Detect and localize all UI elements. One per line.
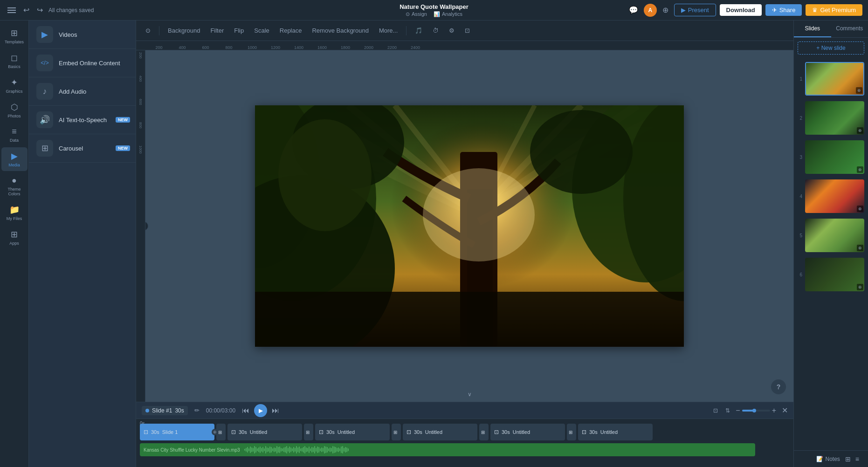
track-segment-untitled3[interactable]: ⊡ 30s Untitled [403, 424, 477, 440]
slide-list-item-6[interactable]: 6 ⊕ [796, 256, 866, 293]
zoom-handle[interactable] [752, 409, 756, 412]
notes-label: Notes [825, 456, 840, 462]
slide-list-item-4[interactable]: 4 ⊕ [796, 178, 866, 215]
slide-thumbnail-5[interactable]: ⊕ [805, 219, 864, 252]
slide-list-item-2[interactable]: 2 ⊕ [796, 99, 866, 137]
sidebar-item-my-files[interactable]: 📁 My Files [1, 201, 28, 225]
track-segment-untitled2[interactable]: ⊡ 30s Untitled [315, 424, 390, 440]
new-slide-button[interactable]: + New slide [798, 41, 864, 55]
track-segment-untitled1[interactable]: ⊡ 30s Untitled [227, 424, 302, 440]
add-collaborator-button[interactable]: ⊕ [661, 4, 670, 16]
slide-number-2: 2 [798, 116, 802, 121]
media-item-carousel[interactable]: ⊞ Carousel NEW [29, 134, 136, 163]
timer-icon[interactable]: ⏱ [429, 25, 442, 36]
sidebar-item-media[interactable]: ▶ Media [1, 147, 28, 171]
tab-slides[interactable]: Slides [794, 21, 831, 37]
slide-expand-4[interactable]: ⊕ [857, 206, 863, 212]
data-icon: ≡ [12, 127, 17, 137]
canvas-viewport[interactable]: ‹ [145, 50, 793, 402]
flip-button[interactable]: Flip [230, 25, 248, 36]
slide-list-item-1[interactable]: 1 ⊕ [796, 60, 866, 97]
slide-expand-2[interactable]: ⊕ [857, 127, 863, 134]
slide-expand-6[interactable]: ⊕ [857, 284, 863, 290]
list-view-button[interactable]: ≡ [854, 454, 861, 464]
zoom-plus-button[interactable]: + [772, 406, 776, 415]
track-segment-slide1[interactable]: ⊡ 30s Slide 1 ⊕ [140, 424, 214, 440]
timeline-collapse-arrow[interactable]: ∨ [468, 390, 472, 398]
media-item-audio[interactable]: ♪ Add Audio [29, 77, 136, 106]
edit-slide-button[interactable]: ✏ [192, 406, 202, 415]
audio-track[interactable]: Kansas City Shuffle Lucky Number Slevin.… [140, 443, 755, 456]
sidebar-item-data[interactable]: ≡ Data [1, 123, 28, 146]
slide-thumbnail-3[interactable]: ⊕ [805, 140, 864, 174]
zoom-bar[interactable] [742, 410, 770, 412]
scale-button[interactable]: Scale [250, 25, 273, 36]
background-button[interactable]: Background [164, 25, 204, 36]
filter-button[interactable]: Filter [207, 25, 227, 36]
crown-icon: ♛ [812, 7, 818, 14]
sort-icon[interactable]: ⇅ [723, 405, 732, 416]
zoom-minus-button[interactable]: − [736, 406, 740, 415]
redo-button[interactable]: ↪ [35, 4, 45, 16]
assign-link[interactable]: ⊙ Assign [406, 11, 427, 17]
skip-forward-button[interactable]: ⏭ [269, 405, 282, 416]
rotation-icon[interactable]: ⊙ [142, 25, 154, 36]
premium-button[interactable]: ♛ Get Premium [806, 4, 862, 16]
sidebar-item-apps[interactable]: ⊞ Apps [1, 226, 28, 249]
tab-comments[interactable]: Comments [831, 21, 868, 37]
notes-button[interactable]: 📝 Notes [816, 456, 840, 462]
segment-duration: 30s [502, 429, 510, 435]
track-segment-icons5: ⊞ [567, 424, 576, 440]
present-button[interactable]: ▶ Present [674, 4, 716, 16]
sidebar-item-graphics[interactable]: ✦ Graphics [1, 74, 28, 97]
help-button[interactable]: ? [771, 379, 786, 394]
tts-item-icon: 🔊 [36, 111, 53, 128]
slide-thumbnail-6[interactable]: ⊕ [805, 258, 864, 291]
menu-button[interactable] [6, 6, 18, 15]
slide-list-item-5[interactable]: 5 ⊕ [796, 217, 866, 254]
panel-collapse-arrow[interactable]: ‹ [145, 221, 148, 231]
media-item-tts[interactable]: 🔊 AI Text-to-Speech NEW [29, 106, 136, 134]
divider-1 [159, 26, 159, 35]
settings-icon[interactable]: ⚙ [445, 25, 458, 36]
sidebar-item-photos[interactable]: ⬡ Photos [1, 98, 28, 122]
photos-label: Photos [7, 114, 21, 118]
sidebar-item-theme-colors[interactable]: ● Theme Colors [1, 172, 28, 200]
crop-icon[interactable]: ⊡ [461, 25, 474, 36]
slide-expand-3[interactable]: ⊕ [857, 166, 863, 173]
timeline-area: Slide #1 30s ✏ 00:00/03:00 ⏮ ▶ ⏭ ⊡ ⇅ − [136, 402, 793, 467]
timeline-tracks: 0s ⊡ 30s Slide 1 ⊕ ⊞ [136, 419, 793, 467]
ruler-mark: 1200 [264, 45, 287, 50]
undo-button[interactable]: ↩ [21, 4, 31, 16]
slide-thumbnail-2[interactable]: ⊕ [805, 101, 864, 135]
media-item-embed[interactable]: </> Embed Online Content [29, 49, 136, 77]
sidebar-item-basics[interactable]: ◻ Basics [1, 49, 28, 73]
more-button[interactable]: More... [375, 25, 401, 36]
slide-expand-5[interactable]: ⊕ [857, 245, 863, 251]
ruler-mark: 400 [171, 45, 194, 50]
slide-canvas[interactable] [255, 105, 684, 347]
slide-expand-1[interactable]: ⊕ [856, 87, 862, 94]
slide-thumb-bg-4 [805, 179, 864, 213]
track-segment-untitled5[interactable]: ⊡ 30s Untitled [578, 424, 653, 440]
svg-point-19 [278, 119, 372, 231]
replace-button[interactable]: Replace [276, 25, 306, 36]
slide-thumbnail-4[interactable]: ⊕ [805, 179, 864, 213]
remove-bg-button[interactable]: Remove Background [308, 25, 372, 36]
media-item-videos[interactable]: ▶ Videos [29, 21, 136, 49]
play-button[interactable]: ▶ [254, 404, 267, 417]
grid-view-button[interactable]: ⊞ [844, 454, 852, 464]
download-button[interactable]: Download [720, 4, 762, 16]
ruler-mark: 200 [147, 45, 171, 50]
share-button[interactable]: ✈ Share [765, 4, 802, 16]
analytics-link[interactable]: 📊 Analytics [434, 11, 462, 17]
slide-thumbnail-1[interactable]: ⊕ [805, 62, 864, 96]
sidebar-item-templates[interactable]: ⊞ Templates [1, 24, 28, 48]
track-segment-untitled4[interactable]: ⊡ 30s Untitled [490, 424, 565, 440]
skip-back-button[interactable]: ⏮ [239, 405, 252, 416]
chat-icon[interactable]: 💬 [627, 4, 640, 16]
slide-list-item-3[interactable]: 3 ⊕ [796, 138, 866, 176]
expand-view-button[interactable]: ⊡ [711, 405, 720, 416]
music-icon[interactable]: 🎵 [411, 25, 426, 36]
timeline-close-button[interactable]: ✕ [782, 406, 788, 415]
